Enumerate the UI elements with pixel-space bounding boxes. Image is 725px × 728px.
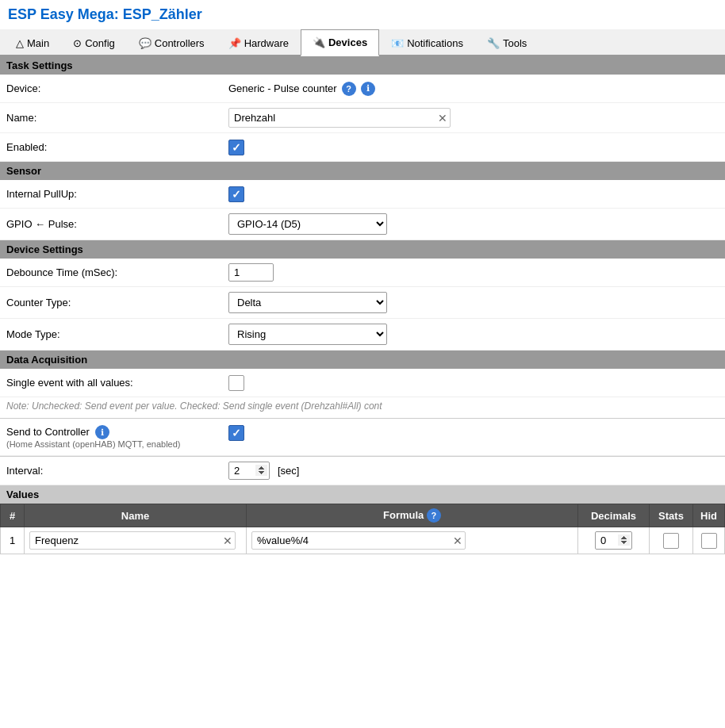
formula-help-icon[interactable]: ? (427, 508, 441, 523)
row-stats-cell (650, 527, 693, 554)
th-decimals: Decimals (578, 504, 650, 527)
device-settings-header: Device Settings (0, 240, 725, 259)
devices-icon: 🔌 (313, 36, 325, 48)
send-controller-row: Send to Controller ℹ (Home Assistant (op… (0, 419, 725, 456)
device-info-icon[interactable]: ℹ (361, 82, 375, 96)
device-row: Device: Generic - Pulse counter ? ℹ (0, 75, 725, 103)
th-num: # (1, 504, 25, 527)
send-controller-sub: (Home Assistant (openHAB) MQTT, enabled) (6, 439, 228, 449)
formula-wrap: ✕ (251, 531, 466, 550)
th-hidden: Hid (693, 504, 725, 527)
tab-tools[interactable]: 🔧 Tools (475, 29, 539, 56)
enabled-row: Enabled: (0, 133, 725, 162)
value-name-clear-button[interactable]: ✕ (223, 535, 232, 547)
name-input-wrap: ✕ (228, 108, 451, 128)
tab-hardware[interactable]: 📌 Hardware (217, 29, 301, 56)
tab-notifications[interactable]: 📧 Notifications (379, 29, 475, 56)
device-value-wrap: Generic - Pulse counter ? ℹ (228, 82, 719, 96)
debounce-row: Debounce Time (mSec): (0, 259, 725, 287)
name-row: Name: ✕ (0, 103, 725, 133)
row-hidden-cell (693, 527, 725, 554)
pullup-value-wrap (228, 186, 719, 202)
interval-input[interactable] (229, 462, 269, 479)
main-icon: △ (16, 37, 24, 49)
hardware-icon: 📌 (228, 37, 241, 49)
single-event-checkbox[interactable] (228, 375, 244, 391)
device-value: Generic - Pulse counter (228, 82, 337, 94)
tools-icon: 🔧 (487, 37, 500, 49)
table-row: 1 ✕ ✕ (1, 527, 725, 554)
row-decimals-cell (578, 527, 650, 554)
sensor-header: Sensor (0, 162, 725, 180)
value-name-input[interactable] (29, 531, 236, 550)
tab-tools-label: Tools (503, 37, 527, 49)
page-title: ESP Easy Mega: ESP_Zähler (0, 0, 725, 29)
formula-input[interactable] (251, 531, 466, 550)
counter-type-label: Counter Type: (6, 297, 228, 308)
interval-value-wrap: [sec] (228, 462, 719, 480)
counter-type-select[interactable]: Delta Total Absolute (228, 292, 387, 313)
single-event-note: Note: Unchecked: Send event per value. C… (0, 397, 725, 418)
nav-tabs: △ Main ⊙ Config 💬 Controllers 📌 Hardware… (0, 29, 725, 56)
decimals-spinner (595, 531, 632, 550)
enabled-label: Enabled: (6, 141, 228, 153)
values-header: Values (0, 485, 725, 504)
tab-config[interactable]: ⊙ Config (61, 29, 127, 56)
row-num: 1 (1, 527, 25, 554)
counter-type-value-wrap: Delta Total Absolute (228, 292, 719, 313)
tab-controllers-label: Controllers (155, 37, 205, 49)
config-icon: ⊙ (73, 37, 82, 49)
single-event-row: Single event with all values: (0, 369, 725, 397)
gpio-row: GPIO ← Pulse: GPIO-14 (D5) GPIO-0 (D3) G… (0, 209, 725, 240)
device-help-icon[interactable]: ? (342, 82, 356, 96)
name-clear-button[interactable]: ✕ (438, 112, 447, 125)
tab-controllers[interactable]: 💬 Controllers (127, 29, 217, 56)
row-name-cell: ✕ (25, 527, 247, 554)
debounce-input[interactable] (229, 264, 273, 281)
send-controller-label: Send to Controller ℹ (6, 425, 228, 439)
content: Task Settings Device: Generic - Pulse co… (0, 56, 725, 554)
single-event-value-wrap (228, 375, 719, 391)
gpio-select[interactable]: GPIO-14 (D5) GPIO-0 (D3) GPIO-2 (D4) GPI… (228, 213, 387, 235)
tab-main-label: Main (27, 37, 49, 49)
pullup-row: Internal PullUp: (0, 180, 725, 209)
enabled-value-wrap (228, 140, 719, 155)
enabled-checkbox[interactable] (228, 140, 244, 155)
interval-unit: [sec] (278, 465, 299, 477)
send-controller-label-wrap: Send to Controller ℹ (Home Assistant (op… (6, 425, 228, 449)
tab-notifications-label: Notifications (407, 37, 463, 49)
decimals-input[interactable] (596, 532, 631, 549)
tab-hardware-label: Hardware (244, 37, 289, 49)
send-controller-checkbox[interactable] (228, 425, 244, 441)
data-acquisition-header: Data Acquisition (0, 351, 725, 369)
formula-clear-button[interactable]: ✕ (453, 535, 462, 547)
task-settings-header: Task Settings (0, 56, 725, 75)
mode-type-row: Mode Type: Rising Falling Change (0, 319, 725, 351)
th-stats: Stats (650, 504, 693, 527)
debounce-label: Debounce Time (mSec): (6, 266, 228, 278)
interval-label: Interval: (6, 465, 228, 477)
interval-row: Interval: [sec] (0, 457, 725, 485)
th-name: Name (25, 504, 247, 527)
tab-main[interactable]: △ Main (4, 29, 61, 56)
single-event-label: Single event with all values: (6, 377, 228, 389)
pullup-checkbox[interactable] (228, 186, 244, 202)
values-table-header-row: # Name Formula ? Decimals Stats Hid (1, 504, 725, 527)
tab-devices[interactable]: 🔌 Devices (301, 29, 379, 56)
name-input[interactable] (228, 108, 451, 128)
debounce-value-wrap (228, 263, 719, 282)
send-controller-value-wrap (228, 425, 719, 441)
mode-type-select[interactable]: Rising Falling Change (228, 324, 387, 345)
device-label: Device: (6, 82, 228, 94)
tab-config-label: Config (85, 37, 115, 49)
controllers-icon: 💬 (139, 37, 152, 49)
row-formula-cell: ✕ (247, 527, 578, 554)
stats-checkbox[interactable] (663, 533, 679, 549)
send-controller-info-icon[interactable]: ℹ (95, 425, 109, 439)
interval-spinner (228, 462, 270, 480)
tab-devices-label: Devices (328, 36, 367, 48)
notifications-icon: 📧 (391, 37, 404, 49)
th-formula: Formula ? (247, 504, 578, 527)
hidden-checkbox[interactable] (701, 533, 717, 549)
counter-type-row: Counter Type: Delta Total Absolute (0, 287, 725, 319)
